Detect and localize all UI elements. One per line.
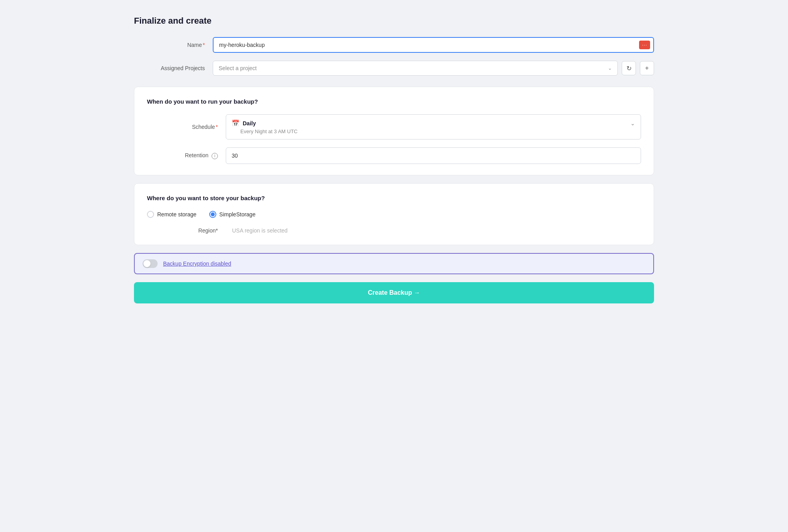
- schedule-label: Schedule*: [147, 124, 226, 130]
- page-title: Finalize and create: [134, 16, 654, 26]
- calendar-icon: 📅: [232, 119, 240, 127]
- simple-storage-radio[interactable]: [209, 211, 216, 218]
- chevron-down-icon: ⌄: [608, 65, 612, 71]
- region-row: Region* USA region is selected: [147, 227, 641, 234]
- schedule-question: When do you want to run your backup?: [147, 98, 641, 105]
- create-backup-label: Create Backup →: [368, 289, 420, 296]
- project-select-placeholder: Select a project: [219, 65, 257, 71]
- remote-storage-radio[interactable]: [147, 211, 154, 218]
- refresh-icon: ↻: [626, 65, 632, 72]
- name-row: Name* ···: [134, 37, 654, 53]
- name-label: Name*: [134, 42, 213, 48]
- assigned-projects-label: Assigned Projects: [134, 65, 213, 71]
- encryption-toggle[interactable]: [143, 259, 158, 268]
- schedule-subtitle: Every Night at 3 AM UTC: [232, 128, 635, 134]
- retention-row: Retention i: [147, 147, 641, 164]
- schedule-value: Daily: [243, 120, 256, 126]
- refresh-button[interactable]: ↻: [622, 61, 636, 75]
- project-select-dropdown[interactable]: Select a project ⌄: [213, 61, 618, 76]
- assigned-projects-row: Assigned Projects Select a project ⌄ ↻ +: [134, 61, 654, 76]
- page-container: Finalize and create Name* ··· Assigned P…: [134, 16, 654, 516]
- simple-storage-option[interactable]: SimpleStorage: [209, 211, 256, 218]
- retention-label: Retention i: [147, 152, 226, 159]
- text-icon-button[interactable]: ···: [639, 41, 650, 49]
- remote-storage-option[interactable]: Remote storage: [147, 211, 197, 218]
- toggle-knob: [143, 260, 151, 267]
- storage-options: Remote storage SimpleStorage: [147, 211, 641, 218]
- info-icon: i: [212, 153, 218, 159]
- storage-question: Where do you want to store your backup?: [147, 195, 641, 201]
- region-value: USA region is selected: [232, 227, 288, 234]
- schedule-select-wrapper: 📅 Daily ⌄ Every Night at 3 AM UTC: [226, 114, 641, 140]
- retention-input[interactable]: [226, 147, 641, 164]
- retention-input-wrapper: [226, 147, 641, 164]
- simple-storage-label: SimpleStorage: [219, 211, 256, 218]
- name-input[interactable]: [213, 37, 654, 53]
- schedule-chevron-icon: ⌄: [630, 120, 635, 126]
- add-project-button[interactable]: +: [640, 61, 654, 75]
- schedule-dropdown[interactable]: 📅 Daily ⌄ Every Night at 3 AM UTC: [226, 114, 641, 140]
- encryption-label[interactable]: Backup Encryption disabled: [163, 260, 231, 267]
- schedule-section: When do you want to run your backup? Sch…: [134, 87, 654, 175]
- project-select-wrapper: Select a project ⌄ ↻ +: [213, 61, 654, 76]
- name-input-wrapper: ···: [213, 37, 654, 53]
- create-backup-button[interactable]: Create Backup →: [134, 282, 654, 303]
- storage-section: Where do you want to store your backup? …: [134, 183, 654, 245]
- plus-icon: +: [645, 65, 649, 72]
- region-label: Region*: [147, 227, 226, 234]
- schedule-row: Schedule* 📅 Daily ⌄ Every Night at 3 AM …: [147, 114, 641, 140]
- encryption-bar[interactable]: Backup Encryption disabled: [134, 253, 654, 274]
- remote-storage-label: Remote storage: [157, 211, 197, 218]
